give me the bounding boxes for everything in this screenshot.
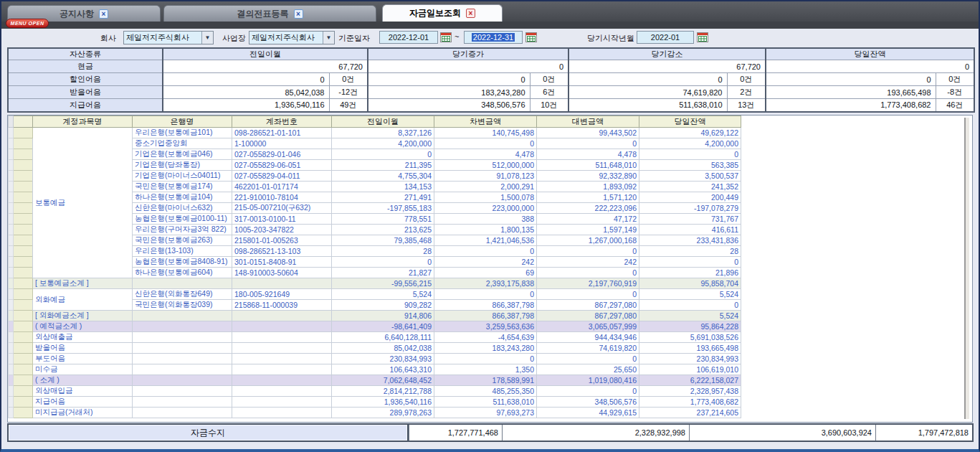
- amount-cell[interactable]: 49,629,122: [639, 128, 741, 138]
- amount-cell[interactable]: 0: [537, 138, 639, 149]
- bank-name-cell[interactable]: [133, 397, 232, 408]
- amount-cell[interactable]: 230,834,993: [332, 354, 434, 364]
- row-selector-cell[interactable]: [14, 128, 33, 138]
- amount-cell[interactable]: 74,619,820: [537, 343, 639, 354]
- amount-cell[interactable]: 106,619,010: [639, 364, 741, 375]
- amount-cell[interactable]: 2,814,212,788: [332, 386, 434, 397]
- amount-cell[interactable]: 511,648,010: [537, 160, 639, 171]
- row-selector-cell[interactable]: [14, 332, 33, 343]
- amount-cell[interactable]: 91,078,123: [434, 171, 537, 182]
- amount-cell[interactable]: 867,297,080: [537, 300, 639, 311]
- account-number-cell[interactable]: 098-286521-01-101: [232, 128, 332, 138]
- amount-cell[interactable]: 21,896: [639, 268, 741, 278]
- amount-cell[interactable]: 3,500,537: [639, 171, 741, 182]
- account-number-cell[interactable]: 1005-203-347822: [232, 225, 332, 235]
- amount-cell[interactable]: 1,800,135: [434, 225, 537, 235]
- amount-cell[interactable]: 0: [639, 300, 741, 311]
- amount-cell[interactable]: 7,062,648,452: [332, 375, 434, 386]
- amount-cell[interactable]: 25,650: [537, 364, 639, 375]
- row-selector-cell[interactable]: [14, 397, 33, 408]
- amount-cell[interactable]: 134,153: [332, 182, 434, 192]
- account-label-cell[interactable]: [ 보통예금소계 ]: [33, 278, 133, 289]
- account-number-cell[interactable]: 215-05-007210(구632): [232, 203, 332, 214]
- calendar-icon[interactable]: [525, 32, 537, 42]
- amount-cell[interactable]: 1,019,080,416: [537, 375, 639, 386]
- account-number-cell[interactable]: 1-100000: [232, 138, 332, 149]
- amount-cell[interactable]: 4,478: [537, 149, 639, 160]
- amount-cell[interactable]: 0: [332, 257, 434, 268]
- date-to-input[interactable]: 2022-12-31: [464, 31, 523, 44]
- account-group-cell[interactable]: 보통예금: [33, 128, 133, 278]
- bank-name-cell[interactable]: 국민은행(보통예금263): [133, 235, 232, 246]
- row-selector-cell[interactable]: [14, 343, 33, 354]
- amount-cell[interactable]: 4,200,000: [332, 138, 434, 149]
- amount-cell[interactable]: 183,243,280: [434, 343, 537, 354]
- row-selector-cell[interactable]: [14, 182, 33, 192]
- amount-cell[interactable]: 2,000,291: [434, 182, 537, 192]
- amount-cell[interactable]: 0: [434, 354, 537, 364]
- amount-cell[interactable]: 0: [537, 268, 639, 278]
- amount-cell[interactable]: 2,393,175,838: [434, 278, 537, 289]
- bank-name-cell[interactable]: [133, 321, 232, 332]
- account-label-cell[interactable]: 외상매입금: [33, 386, 133, 397]
- bank-name-cell[interactable]: 국민은행(보통예금174): [133, 182, 232, 192]
- bank-name-cell[interactable]: 하나은행(보통예금604): [133, 268, 232, 278]
- detail-header-cell[interactable]: 전일이월: [332, 116, 434, 128]
- amount-cell[interactable]: 1,936,540,116: [332, 397, 434, 408]
- amount-cell[interactable]: 866,387,798: [434, 300, 537, 311]
- row-selector-cell[interactable]: [14, 300, 33, 311]
- company-select[interactable]: 제일저지주식회사 ▼: [123, 31, 214, 44]
- row-selector-cell[interactable]: [14, 149, 33, 160]
- account-number-cell[interactable]: [232, 364, 332, 375]
- date-from-input[interactable]: 2022-12-01: [379, 31, 438, 44]
- row-selector-cell[interactable]: [14, 321, 33, 332]
- amount-cell[interactable]: 4,200,000: [639, 138, 741, 149]
- bank-name-cell[interactable]: [133, 343, 232, 354]
- amount-cell[interactable]: 213,625: [332, 225, 434, 235]
- account-label-cell[interactable]: ( 예적금소계 ): [33, 321, 133, 332]
- bank-name-cell[interactable]: [133, 364, 232, 375]
- tab-2[interactable]: 결의전표등록×: [163, 5, 376, 22]
- bank-name-cell[interactable]: 우리은행(13-103): [133, 246, 232, 257]
- chevron-down-icon[interactable]: ▼: [323, 32, 334, 44]
- account-number-cell[interactable]: [232, 311, 332, 321]
- account-group-cell[interactable]: 외화예금: [33, 289, 133, 311]
- bank-name-cell[interactable]: [133, 386, 232, 397]
- account-number-cell[interactable]: 180-005-921649: [232, 289, 332, 300]
- amount-cell[interactable]: 1,421,046,536: [434, 235, 537, 246]
- amount-cell[interactable]: -99,556,215: [332, 278, 434, 289]
- bank-name-cell[interactable]: 기업은행(마이너스04011): [133, 171, 232, 182]
- account-number-cell[interactable]: [232, 354, 332, 364]
- amount-cell[interactable]: -98,641,409: [332, 321, 434, 332]
- amount-cell[interactable]: 1,267,000,168: [537, 235, 639, 246]
- account-label-cell[interactable]: 받을어음: [33, 343, 133, 354]
- amount-cell[interactable]: 193,665,498: [639, 343, 741, 354]
- amount-cell[interactable]: 1,500,078: [434, 192, 537, 203]
- amount-cell[interactable]: 909,282: [332, 300, 434, 311]
- amount-cell[interactable]: 0: [332, 149, 434, 160]
- bank-name-cell[interactable]: 중소기업중앙회: [133, 138, 232, 149]
- site-select[interactable]: 제일저지주식회사 ▼: [249, 31, 335, 44]
- account-number-cell[interactable]: [232, 343, 332, 354]
- bank-name-cell[interactable]: 하나은행(보통예금104): [133, 192, 232, 203]
- account-label-cell[interactable]: ( 소계 ): [33, 375, 133, 386]
- amount-cell[interactable]: 0: [639, 149, 741, 160]
- amount-cell[interactable]: 97,693,273: [434, 408, 537, 418]
- amount-cell[interactable]: 211,395: [332, 160, 434, 171]
- row-selector-cell[interactable]: [14, 354, 33, 364]
- amount-cell[interactable]: 0: [537, 289, 639, 300]
- amount-cell[interactable]: 511,638,010: [434, 397, 537, 408]
- amount-cell[interactable]: 271,491: [332, 192, 434, 203]
- account-number-cell[interactable]: 027-055829-04-011: [232, 171, 332, 182]
- amount-cell[interactable]: 388: [434, 214, 537, 225]
- amount-cell[interactable]: 85,042,038: [332, 343, 434, 354]
- row-selector-cell[interactable]: [14, 192, 33, 203]
- detail-header-cell[interactable]: 계좌번호: [232, 116, 332, 128]
- bank-name-cell[interactable]: [133, 311, 232, 321]
- amount-cell[interactable]: -197,078,279: [639, 203, 741, 214]
- amount-cell[interactable]: 178,589,991: [434, 375, 537, 386]
- amount-cell[interactable]: 867,297,080: [537, 311, 639, 321]
- detail-header-cell[interactable]: 계정과목명: [33, 116, 133, 128]
- menu-open-button[interactable]: MENU OPEN: [6, 19, 49, 28]
- account-label-cell[interactable]: 미수금: [33, 364, 133, 375]
